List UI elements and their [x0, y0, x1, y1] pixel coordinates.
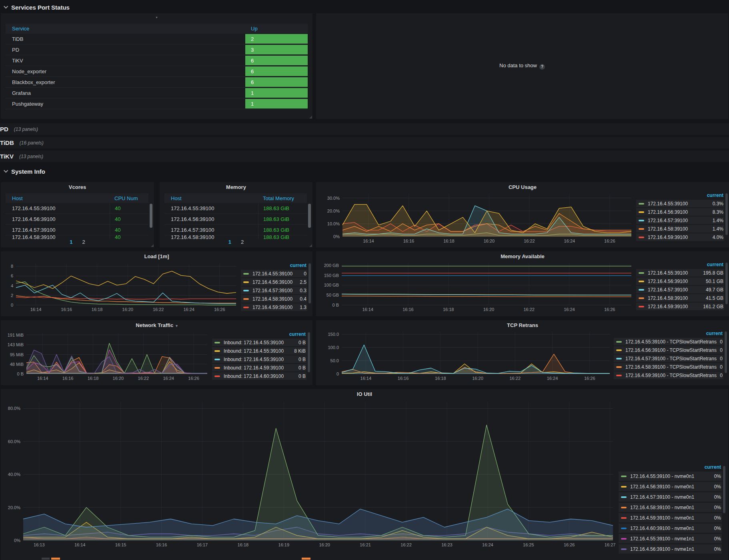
- panel-title[interactable]: Vcores: [1, 184, 154, 190]
- legend-item[interactable]: 172.16.4.56:39100 - nvme0n10%: [619, 482, 722, 491]
- host-cell: 172.16.4.57:39100: [164, 225, 258, 235]
- table-row: 172.16.4.57:39100188.63 GiB: [164, 225, 307, 235]
- legend-item[interactable]: 172.16.4.57:39100 - TCPSlowStartRetrans0: [614, 355, 723, 362]
- column-header-up[interactable]: Up: [245, 26, 308, 32]
- legend-item[interactable]: 172.16.4.59:39100 - TCPSlowStartRetrans0: [614, 371, 723, 379]
- legend-scrollbar[interactable]: [308, 332, 310, 372]
- legend-item[interactable]: 172.16.4.58:39100 - TCPSlowStartRetrans0: [614, 363, 723, 371]
- row-panel-count: (16 panels): [20, 140, 44, 146]
- legend-item[interactable]: 172.16.4.55:391000: [241, 270, 307, 277]
- legend-scrollbar[interactable]: [725, 193, 728, 235]
- legend-item[interactable]: Inbound: 172.16.4.60:391000 B: [212, 372, 306, 380]
- row-header-tidb[interactable]: TiDB (16 panels): [0, 137, 729, 149]
- legend-item[interactable]: Inbound: 172.16.4.55:391000 B: [212, 339, 306, 346]
- panel-title[interactable]: Memory: [160, 184, 312, 190]
- panel-title[interactable]: Network Traffic▾: [1, 322, 312, 328]
- legend-item[interactable]: 172.16.4.57:391000.3: [241, 287, 307, 294]
- legend-item[interactable]: 172.16.4.58:3910041.5 GB: [636, 294, 724, 302]
- clipped-legend-chip: [51, 558, 60, 560]
- legend-item[interactable]: 172.16.4.56:39100 - TCPSlowStartRetrans0: [614, 346, 723, 354]
- row-title: PD: [0, 126, 8, 132]
- table-row: 172.16.4.55:39100188.63 GiB: [164, 203, 307, 214]
- service-up-count-cell: 1: [245, 99, 308, 108]
- panel-title[interactable]: TCP Retrans: [316, 322, 729, 328]
- column-header-host[interactable]: Host: [164, 195, 258, 201]
- panel-title[interactable]: Load [1m]: [1, 253, 312, 259]
- row-panel-count: (13 panels): [19, 154, 43, 159]
- panel-title[interactable]: Memory Available: [316, 253, 729, 259]
- legend-item[interactable]: 172.16.4.59:39100161.2 GB: [636, 303, 724, 310]
- legend-item[interactable]: 172.16.4.56:391002.5: [241, 278, 307, 286]
- column-header-value[interactable]: CPU Num: [110, 195, 148, 201]
- legend-item[interactable]: Inbound: 172.16.4.55:391008 KiB: [212, 347, 306, 355]
- row-header-system-info[interactable]: System Info: [0, 166, 729, 177]
- legend-item[interactable]: 172.16.4.59:391004.0%: [636, 233, 724, 241]
- svg-text:16:27: 16:27: [605, 542, 615, 547]
- panel-title[interactable]: CPU Usage: [316, 184, 729, 190]
- legend-series-label: Inbound: 172.16.4.60:39100: [224, 373, 297, 379]
- legend-current-value: 0%: [714, 484, 721, 490]
- network-traffic-legend: currentInbound: 172.16.4.55:391000 BInbo…: [212, 331, 306, 381]
- legend-item[interactable]: 172.16.4.56:391008.3%: [636, 208, 724, 216]
- legend-current-value: 0%: [714, 546, 721, 552]
- row-header-tikv[interactable]: TiKV (13 panels): [0, 151, 729, 162]
- legend-current-value: 2.5: [300, 279, 306, 285]
- column-header-host[interactable]: Host: [6, 195, 110, 201]
- legend-item[interactable]: 172.16.4.55:391000.3%: [636, 200, 724, 207]
- chart-canvas[interactable]: 16:1416:1616:1816:2016:2216:2416:26191 M…: [4, 331, 210, 382]
- legend-scrollbar[interactable]: [725, 331, 727, 373]
- legend-item[interactable]: 172.16.4.60:39100 - nvme0n10%: [619, 524, 722, 533]
- table-scrollbar[interactable]: [150, 204, 152, 228]
- legend-item[interactable]: 172.16.4.55:39100 - nvme1n10%: [619, 534, 722, 543]
- page-button-1[interactable]: 1: [228, 239, 231, 245]
- svg-text:20.0%: 20.0%: [8, 505, 20, 510]
- legend-item[interactable]: 172.16.4.59:391001.3: [241, 303, 307, 311]
- chart-canvas[interactable]: 16:1416:1616:1816:2016:2216:2416:26200 G…: [319, 261, 634, 313]
- series-color-swatch: [639, 272, 644, 274]
- chart-canvas[interactable]: 16:1416:1616:1816:2016:2216:2416:2630.0%…: [319, 192, 634, 245]
- svg-text:8: 8: [11, 264, 13, 269]
- legend-scrollbar[interactable]: [723, 466, 725, 513]
- svg-text:16:16: 16:16: [403, 239, 415, 243]
- legend-item[interactable]: 172.16.4.55:39100 - TCPSlowStartRetrans0: [614, 338, 723, 345]
- legend-scrollbar[interactable]: [308, 263, 311, 303]
- svg-text:10.0%: 10.0%: [327, 221, 340, 226]
- panel-resize-handle[interactable]: [309, 116, 312, 118]
- table-scrollbar[interactable]: [308, 204, 311, 228]
- legend-item[interactable]: 172.16.4.58:39100 - nvme0n10%: [619, 503, 722, 512]
- legend-series-label: 172.16.4.59:39100 - TCPSlowStartRetrans: [625, 373, 718, 378]
- column-header-value[interactable]: Total Memory: [258, 195, 307, 201]
- legend-item[interactable]: 172.16.4.55:39100 - nvme0n10%: [619, 472, 722, 481]
- host-cell: 172.16.4.55:39100: [6, 203, 110, 213]
- legend-series-label: 172.16.4.59:39100: [252, 305, 298, 310]
- panel-menu-caret-icon[interactable]: ▾: [1, 16, 312, 19]
- page-button-1[interactable]: 1: [70, 239, 72, 245]
- help-icon[interactable]: ?: [539, 64, 545, 70]
- page-button-2[interactable]: 2: [241, 239, 244, 245]
- chart-canvas[interactable]: 16:1416:1616:1816:2016:2216:2416:2686420: [4, 261, 238, 313]
- page-button-2[interactable]: 2: [82, 239, 85, 245]
- legend-item[interactable]: Inbound: 172.16.4.55:391000 B: [212, 355, 306, 363]
- legend-item[interactable]: 172.16.4.56:3910050.1 GB: [636, 277, 724, 285]
- legend-item[interactable]: 172.16.4.58:391001.4%: [636, 225, 724, 233]
- chart-canvas[interactable]: 16:1416:1616:1816:2016:2216:2416:26150.0…: [319, 330, 612, 382]
- clipped-legend-chip: [42, 558, 50, 560]
- legend-item[interactable]: 172.16.4.57:391001.4%: [636, 217, 724, 224]
- legend-series-label: Inbound: 172.16.4.55:39100: [224, 348, 292, 354]
- legend-item[interactable]: 172.16.4.58:391000.4: [241, 295, 307, 303]
- legend-item[interactable]: Inbound: 172.16.4.59:391000 B: [212, 364, 306, 371]
- memory-available-chart: 16:1416:1616:1816:2016:2216:2416:26200 G…: [319, 261, 634, 313]
- legend-item[interactable]: 172.16.4.55:39100195.8 GB: [636, 269, 724, 277]
- legend-item[interactable]: 172.16.4.59:39100 - nvme0n10%: [619, 513, 722, 522]
- column-header-service[interactable]: Service: [6, 26, 245, 32]
- legend-item[interactable]: 172.16.4.57:3910049.7 GB: [636, 286, 724, 293]
- panel-title[interactable]: IO Util: [1, 391, 728, 397]
- legend-scrollbar[interactable]: [725, 263, 728, 304]
- legend-item[interactable]: 172.16.4.56:39100 - nvme1n10%: [619, 544, 722, 554]
- chart-canvas[interactable]: 16:1316:1416:1516:1616:1716:1816:1916:20…: [4, 399, 615, 548]
- row-header-services-port-status[interactable]: Services Port Status: [0, 2, 729, 13]
- svg-text:16:24: 16:24: [564, 239, 575, 243]
- svg-text:0 B: 0 B: [17, 371, 24, 376]
- row-header-pd[interactable]: PD (13 panels): [0, 123, 729, 135]
- legend-item[interactable]: 172.16.4.57:39100 - nvme0n10%: [619, 492, 722, 502]
